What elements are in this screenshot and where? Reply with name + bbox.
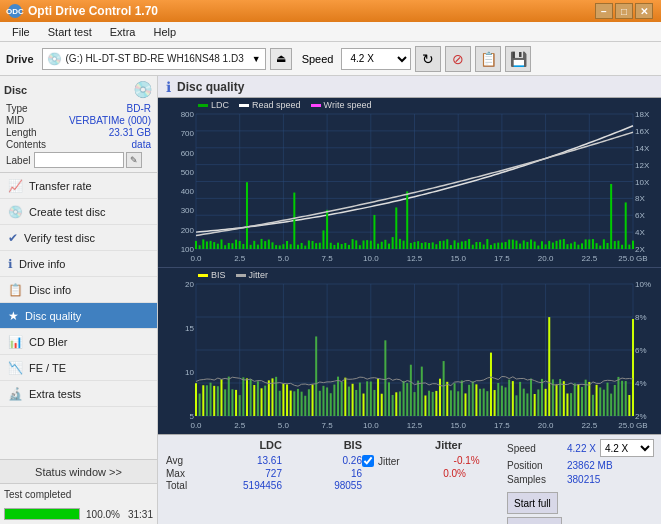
nav-items: 📈 Transfer rate 💿 Create test disc ✔ Ver… xyxy=(0,173,157,459)
disc-mid-value: VERBATIMe (000) xyxy=(69,115,151,126)
samples-stat-value: 380215 xyxy=(567,474,600,485)
sidebar-item-label-fe-te: FE / TE xyxy=(29,362,66,374)
sidebar-item-label-drive-info: Drive info xyxy=(19,258,65,270)
speed-select[interactable]: 4.2 X xyxy=(341,48,411,70)
stats-header-jitter: Jitter xyxy=(382,439,462,451)
app-icon: ODC xyxy=(8,4,22,18)
legend-bis: BIS xyxy=(198,270,226,280)
disc-contents-label: Contents xyxy=(6,139,46,150)
position-stat-value: 23862 MB xyxy=(567,460,613,471)
sidebar-item-label-cd-bler: CD Bler xyxy=(29,336,68,348)
disc-type-value: BD-R xyxy=(127,103,151,114)
samples-stat-label: Samples xyxy=(507,474,563,485)
drive-value: (G:) HL-DT-ST BD-RE WH16NS48 1.D3 xyxy=(66,53,244,64)
toolbar: Drive 💿 (G:) HL-DT-ST BD-RE WH16NS48 1.D… xyxy=(0,42,661,76)
ldc-legend-label: LDC xyxy=(211,100,229,110)
app-title: Opti Drive Control 1.70 xyxy=(28,4,158,18)
menu-file[interactable]: File xyxy=(4,24,38,40)
bis-legend-label: BIS xyxy=(211,270,226,280)
disc-info-icon: 📋 xyxy=(8,283,23,297)
sidebar: Disc 💿 Type BD-R MID VERBATIMe (000) Len… xyxy=(0,76,158,524)
speed-stat-label: Speed xyxy=(507,443,563,454)
disc-quality-header: ℹ Disc quality xyxy=(158,76,661,98)
stats-header-ldc: LDC xyxy=(202,439,282,451)
maximize-button[interactable]: □ xyxy=(615,3,633,19)
main-content: ℹ Disc quality LDC Read speed xyxy=(158,76,661,524)
sidebar-item-create-test-disc[interactable]: 💿 Create test disc xyxy=(0,199,157,225)
disc-label-label: Label xyxy=(6,155,30,166)
sidebar-item-label-disc-quality: Disc quality xyxy=(25,310,81,322)
sidebar-footer: Status window >> Test completed 100.0% 3… xyxy=(0,459,157,524)
stats-max-ldc: 727 xyxy=(202,468,282,479)
sidebar-item-verify-test-disc[interactable]: ✔ Verify test disc xyxy=(0,225,157,251)
jitter-legend-label: Jitter xyxy=(249,270,269,280)
menu-bar: File Start test Extra Help xyxy=(0,22,661,42)
read-speed-legend-color xyxy=(239,104,249,107)
top-chart-canvas xyxy=(158,98,661,267)
stats-total-ldc: 5194456 xyxy=(202,480,282,491)
chevron-icon: ▼ xyxy=(252,54,261,64)
copy-button[interactable]: 📋 xyxy=(475,46,501,72)
label-edit-button[interactable]: ✎ xyxy=(126,152,142,168)
stats-avg-bis: 0.26 xyxy=(282,455,362,466)
stats-max-bis: 16 xyxy=(282,468,362,479)
drive-selector[interactable]: 💿 (G:) HL-DT-ST BD-RE WH16NS48 1.D3 ▼ xyxy=(42,48,266,70)
save-button[interactable]: 💾 xyxy=(505,46,531,72)
bis-legend-color xyxy=(198,274,208,277)
legend-ldc: LDC xyxy=(198,100,229,110)
drive-icon: 💿 xyxy=(47,52,62,66)
refresh-button[interactable]: ↻ xyxy=(415,46,441,72)
disc-contents-value: data xyxy=(132,139,151,150)
disc-icon: 💿 xyxy=(133,80,153,99)
sidebar-item-drive-info[interactable]: ℹ Drive info xyxy=(0,251,157,277)
progress-percent: 100.0% xyxy=(84,509,120,520)
sidebar-item-cd-bler[interactable]: 📊 CD Bler xyxy=(0,329,157,355)
read-speed-legend-label: Read speed xyxy=(252,100,301,110)
sidebar-item-label-disc-info: Disc info xyxy=(29,284,71,296)
sidebar-item-label-create-test-disc: Create test disc xyxy=(29,206,105,218)
speed-select-stats[interactable]: 4.2 X xyxy=(600,439,654,457)
charts-area: LDC Read speed Write speed xyxy=(158,98,661,434)
progress-bar-fill xyxy=(5,509,79,519)
menu-help[interactable]: Help xyxy=(145,24,184,40)
minimize-button[interactable]: − xyxy=(595,3,613,19)
close-button[interactable]: ✕ xyxy=(635,3,653,19)
disc-panel: Disc 💿 Type BD-R MID VERBATIMe (000) Len… xyxy=(0,76,157,173)
menu-extra[interactable]: Extra xyxy=(102,24,144,40)
start-full-button[interactable]: Start full xyxy=(507,492,558,514)
start-part-button[interactable]: Start part xyxy=(507,517,562,524)
bottom-chart-canvas xyxy=(158,268,661,434)
elapsed-time: 31:31 xyxy=(128,509,153,520)
sidebar-item-disc-info[interactable]: 📋 Disc info xyxy=(0,277,157,303)
title-bar: ODC Opti Drive Control 1.70 − □ ✕ xyxy=(0,0,661,22)
sidebar-item-label-verify-test-disc: Verify test disc xyxy=(24,232,95,244)
disc-type-label: Type xyxy=(6,103,28,114)
disc-label-input[interactable] xyxy=(34,152,124,168)
eject-button[interactable]: ⏏ xyxy=(270,48,292,70)
stats-total-label: Total xyxy=(166,480,202,491)
sidebar-item-extra-tests[interactable]: 🔬 Extra tests xyxy=(0,381,157,407)
sidebar-item-fe-te[interactable]: 📉 FE / TE xyxy=(0,355,157,381)
stats-max-jitter: 0.0% xyxy=(386,468,466,479)
legend-read-speed: Read speed xyxy=(239,100,301,110)
drive-label: Drive xyxy=(6,53,34,65)
sidebar-item-disc-quality[interactable]: ★ Disc quality xyxy=(0,303,157,329)
menu-start-test[interactable]: Start test xyxy=(40,24,100,40)
ldc-legend-color xyxy=(198,104,208,107)
status-window-button[interactable]: Status window >> xyxy=(0,460,157,484)
sidebar-item-transfer-rate[interactable]: 📈 Transfer rate xyxy=(0,173,157,199)
verify-test-disc-icon: ✔ xyxy=(8,231,18,245)
drive-info-icon: ℹ xyxy=(8,257,13,271)
fe-te-icon: 📉 xyxy=(8,361,23,375)
progress-bar-container xyxy=(4,508,80,520)
transfer-rate-icon: 📈 xyxy=(8,179,23,193)
speed-label: Speed xyxy=(302,53,334,65)
legend-write-speed: Write speed xyxy=(311,100,372,110)
stats-table: LDC BIS Jitter Avg 13.61 0.26 Jitter -0.… xyxy=(158,435,501,524)
speed-stat-value: 4.22 X xyxy=(567,443,596,454)
disc-quality-header-icon: ℹ xyxy=(166,79,171,95)
top-chart-legend: LDC Read speed Write speed xyxy=(198,100,371,110)
disc-quality-icon: ★ xyxy=(8,309,19,323)
erase-button[interactable]: ⊘ xyxy=(445,46,471,72)
jitter-checkbox[interactable] xyxy=(362,455,374,467)
